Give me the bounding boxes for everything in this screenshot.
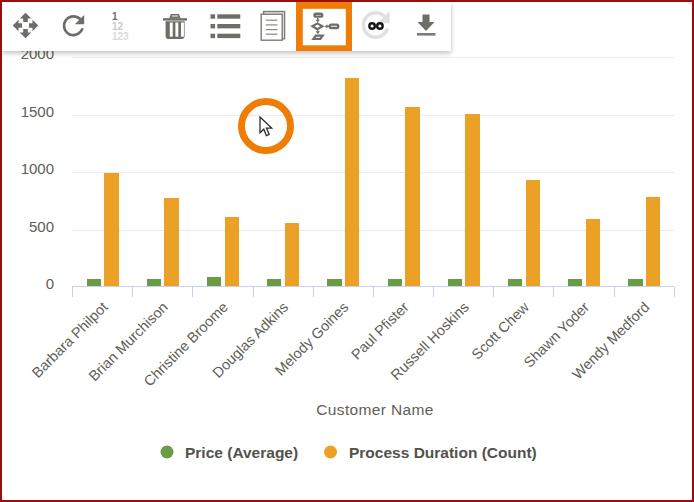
svg-text:123: 123 bbox=[112, 31, 129, 42]
svg-text:1000: 1000 bbox=[21, 160, 54, 177]
svg-text:Scott Chew: Scott Chew bbox=[468, 298, 532, 362]
svg-text:Paul Pfister: Paul Pfister bbox=[348, 299, 412, 363]
svg-text:Process Duration (Count): Process Duration (Count) bbox=[349, 444, 537, 461]
svg-text:Price (Average): Price (Average) bbox=[185, 444, 298, 461]
svg-text:Customer Name: Customer Name bbox=[316, 401, 433, 418]
svg-text:500: 500 bbox=[29, 218, 54, 235]
svg-text:1500: 1500 bbox=[21, 103, 54, 120]
svg-text:0: 0 bbox=[46, 275, 54, 292]
